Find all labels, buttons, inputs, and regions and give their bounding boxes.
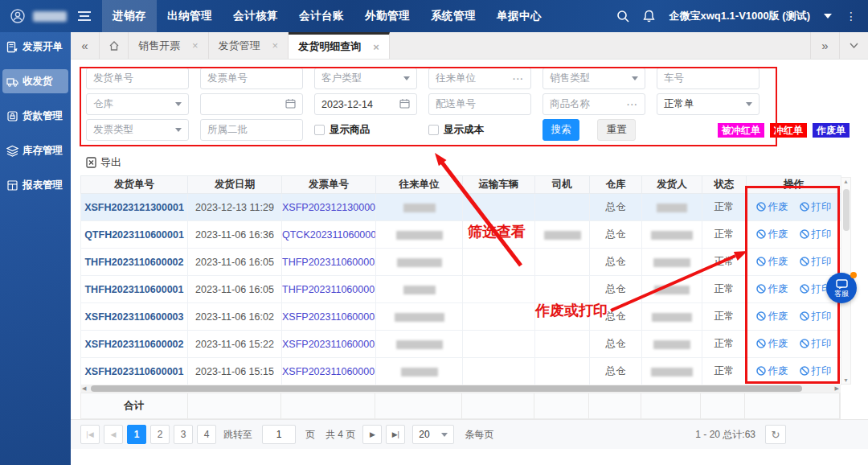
table-row[interactable]: XSFH20231106000022023-11-06 15:22XSFP202…	[81, 331, 841, 358]
invoice-no-link[interactable]: XSFP2023110600001	[282, 366, 376, 377]
show-product-checkbox[interactable]: 显示商品	[314, 123, 417, 137]
more-options-icon[interactable]: ⋮	[845, 10, 857, 23]
invoice-no-link[interactable]: XSFP2023110600003	[282, 311, 376, 323]
date-start-picker[interactable]	[200, 93, 303, 115]
invoice-no-link[interactable]: XSFP2023121300001	[282, 202, 376, 213]
nav-menu-item[interactable]: 会计台账	[289, 0, 354, 32]
delivery-no-input[interactable]: 配送单号	[428, 93, 531, 115]
show-cost-checkbox[interactable]: 显示成本	[428, 123, 531, 137]
ship-no-link[interactable]: THFH2023110600001	[84, 284, 183, 295]
print-action[interactable]: 打印	[800, 364, 832, 378]
void-action[interactable]: 作废	[756, 200, 788, 214]
table-row[interactable]: XSFH20231106000012023-11-06 15:15XSFP202…	[81, 358, 841, 385]
first-page-button[interactable]: |◀	[80, 425, 100, 444]
customer-service-button[interactable]: 客服	[826, 273, 857, 303]
tab-list-chevron-icon[interactable]	[839, 32, 868, 59]
sidebar-item-invoice-billing[interactable]: 发票开单	[2, 35, 68, 59]
tab-sales-invoicing[interactable]: 销售开票 ×	[129, 32, 209, 59]
table-row[interactable]: THFH20231106000012023-11-06 16:05THFP202…	[81, 276, 841, 303]
sidebar-item-inventory-mgmt[interactable]: 库存管理	[2, 138, 68, 163]
tab-shipping-detail-query[interactable]: 发货明细查询 ×	[289, 32, 390, 59]
sidebar-item-shipping[interactable]: 收发货	[2, 69, 68, 93]
ship-no-link[interactable]: XSFH2023110600001	[84, 366, 183, 377]
vehicle-no-input[interactable]: 车号	[657, 68, 760, 89]
expand-tabs-icon[interactable]: »	[810, 32, 839, 59]
ship-no-link[interactable]: QTFH2023110600001	[84, 229, 184, 241]
order-status-select[interactable]: 正常单	[657, 93, 760, 115]
prev-page-button[interactable]: ◀	[104, 425, 123, 444]
invoice-type-select[interactable]: 发票类型	[86, 119, 189, 141]
date-end-picker[interactable]: 2023-12-14	[314, 93, 417, 115]
void-action[interactable]: 作废	[756, 228, 788, 241]
table-row[interactable]: QTFH20231106000012023-11-06 16:36QTCK202…	[81, 221, 841, 249]
page-size-select[interactable]: 20	[412, 425, 454, 444]
search-button[interactable]: 搜索	[542, 119, 579, 141]
nav-menu-item[interactable]: 外勤管理	[354, 0, 420, 32]
nav-menu-item[interactable]: 系统管理	[420, 0, 486, 32]
next-page-button[interactable]: ▶	[362, 425, 382, 444]
shipper-cell	[642, 221, 702, 249]
warehouse-select[interactable]: 仓库	[86, 93, 189, 115]
collapse-tabs-icon[interactable]: «	[71, 32, 100, 59]
void-action[interactable]: 作废	[756, 310, 788, 323]
ship-no-input[interactable]: 发货单号	[86, 68, 189, 89]
nav-menu-item[interactable]: 会计核算	[223, 0, 289, 32]
jump-page-input[interactable]: 1	[262, 425, 296, 444]
nav-menu-item[interactable]: 出纳管理	[157, 0, 223, 32]
void-action[interactable]: 作废	[756, 255, 788, 269]
page-number-button[interactable]: 3	[174, 425, 193, 444]
partner-picker[interactable]: 往来单位···	[428, 68, 531, 89]
void-action[interactable]: 作废	[756, 337, 788, 351]
void-action[interactable]: 作废	[756, 282, 788, 296]
table-row[interactable]: XSFH20231106000032023-11-06 16:02XSFP202…	[81, 303, 841, 331]
table-row[interactable]: XSFH20231213000012023-12-13 11:29XSFP202…	[81, 194, 841, 221]
horizontal-scrollbar[interactable]: ◀ ▶	[80, 385, 841, 393]
hamburger-menu-icon[interactable]	[78, 11, 91, 21]
print-action[interactable]: 打印	[800, 310, 832, 323]
sidebar-item-payment-mgmt[interactable]: 货款管理	[2, 104, 68, 128]
masked-text	[403, 204, 436, 212]
version-dropdown-caret[interactable]	[824, 14, 832, 19]
search-icon[interactable]	[616, 10, 629, 23]
prohibit-icon	[756, 257, 766, 266]
sales-type-select[interactable]: 销售类型	[542, 68, 645, 89]
refresh-button[interactable]: ↻	[765, 425, 786, 444]
reset-button[interactable]: 重置	[597, 119, 636, 141]
sidebar-item-report-mgmt[interactable]: 报表管理	[2, 173, 68, 197]
void-action[interactable]: 作废	[756, 364, 788, 378]
masked-text	[396, 340, 443, 349]
page-number-button[interactable]: 4	[197, 425, 216, 444]
invoice-no-input[interactable]: 发票单号	[200, 68, 303, 89]
print-action[interactable]: 打印	[800, 200, 832, 214]
last-page-button[interactable]: ▶|	[386, 425, 405, 444]
close-tab-icon[interactable]: ×	[373, 41, 379, 53]
truck-icon	[6, 76, 18, 88]
ship-no-link[interactable]: XSFH2023110600003	[84, 311, 183, 323]
home-icon[interactable]	[100, 32, 129, 59]
ship-no-link[interactable]: THFH2023110600002	[84, 257, 183, 268]
user-avatar-icon[interactable]	[10, 9, 25, 23]
customer-type-select[interactable]: 客户类型	[314, 68, 417, 89]
export-button[interactable]: 导出	[86, 155, 121, 170]
nav-menu-item[interactable]: 单据中心	[486, 0, 552, 32]
print-action[interactable]: 打印	[800, 255, 832, 269]
product-name-picker[interactable]: 商品名称···	[542, 93, 645, 115]
table-row[interactable]: THFH20231106000022023-11-06 16:05THFP202…	[81, 249, 841, 276]
invoice-no-link[interactable]: THFP2023110600001	[282, 284, 376, 295]
close-tab-icon[interactable]: ×	[272, 39, 279, 51]
invoice-no-link[interactable]: XSFP2023110600002	[282, 339, 376, 350]
invoice-no-link[interactable]: QTCK2023110600001	[282, 229, 376, 241]
print-action[interactable]: 打印	[800, 228, 832, 241]
ship-no-link[interactable]: XSFH2023121300001	[84, 202, 184, 213]
print-action[interactable]: 打印	[800, 337, 832, 351]
ship-no-link[interactable]: XSFH2023110600002	[84, 339, 183, 350]
second-batch-input[interactable]: 所属二批	[200, 119, 303, 141]
invoice-no-link[interactable]: THFP2023110600002	[282, 257, 376, 268]
close-tab-icon[interactable]: ×	[192, 39, 199, 51]
tab-shipping-mgmt[interactable]: 发货管理 ×	[209, 32, 289, 59]
notification-bell-icon[interactable]	[643, 10, 655, 23]
nav-menu-item[interactable]: 进销存	[102, 0, 157, 32]
page-number-button[interactable]: 2	[150, 425, 170, 444]
page-number-button[interactable]: 1	[127, 425, 146, 444]
shipper-cell	[642, 331, 702, 358]
